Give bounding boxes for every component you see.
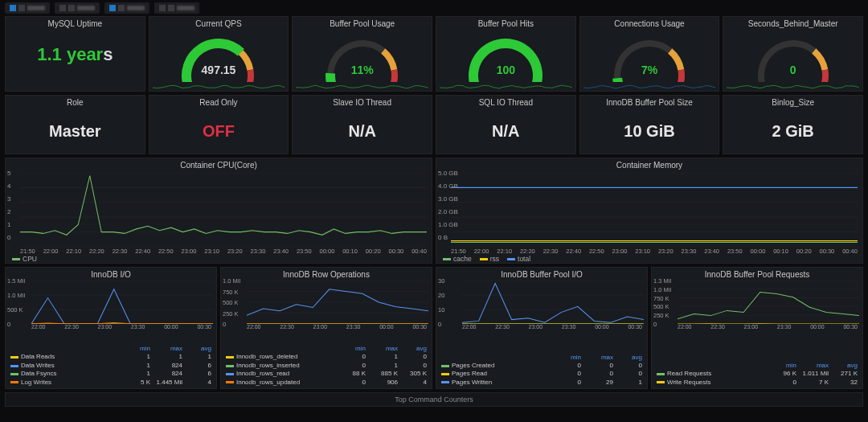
gauge-arc: 0 — [723, 30, 862, 81]
y-tick: 1.0 GB — [438, 221, 458, 228]
y-tick: 0 B — [438, 234, 448, 241]
legend-item[interactable]: Data Reads111 — [10, 353, 211, 361]
y-tick: 250 K — [223, 309, 239, 317]
legend-item[interactable]: Read Requests96 K1.011 Mil271 K — [657, 370, 858, 378]
panel-title: Role — [6, 96, 145, 109]
y-tick: 0 — [7, 234, 10, 241]
sparkline — [296, 81, 428, 89]
timeseries-panel[interactable]: Container Memory0 B1.0 GB2.0 GB3.0 GB4.0… — [436, 158, 863, 264]
panel-title: InnoDB Buffer Pool Size — [580, 96, 719, 109]
y-tick: 750 K — [223, 288, 239, 295]
legend-item[interactable]: cache — [443, 255, 472, 263]
legend-item[interactable]: Log Writes5 K1.445 Mil4 — [10, 379, 211, 387]
stat-value: N/A — [436, 109, 575, 154]
gauge-panel[interactable]: Buffer Pool Hits100 — [436, 16, 576, 92]
stat-panel[interactable]: Read OnlyOFF — [149, 95, 289, 154]
panel-title: Binlog_Size — [723, 96, 862, 109]
legend-item[interactable]: Innodb_rows_deleted010 — [226, 353, 427, 361]
panel-title: InnoDB Buffer Pool I/O — [436, 268, 647, 281]
legend-item[interactable]: rss — [480, 255, 499, 263]
stat-panel[interactable]: RoleMaster — [5, 95, 145, 154]
timeseries-panel[interactable]: Container CPU(Core)01234521:5022:0022:10… — [5, 158, 432, 264]
legend-table: minmaxavgPages Created000Pages Read000Pa… — [441, 354, 642, 387]
y-tick: 4.0 GB — [438, 182, 458, 190]
stat-value: N/A — [293, 109, 432, 154]
legend: cachersstotal — [443, 255, 530, 263]
y-tick: 1.5 Mil — [7, 277, 25, 285]
legend-item[interactable]: Pages Written0291 — [441, 379, 642, 387]
stat-value: OFF — [149, 109, 289, 154]
legend-item[interactable]: Write Requests07 K32 — [657, 379, 858, 387]
stat-panel[interactable]: SQL IO ThreadN/A — [436, 95, 576, 154]
chart-area — [20, 173, 427, 247]
topbar-tab[interactable] — [5, 2, 50, 14]
y-tick: 750 K — [653, 294, 669, 301]
panel-title: Seconds_Behind_Master — [723, 17, 862, 30]
gauge-panel[interactable]: Connections Usage7% — [579, 16, 720, 92]
y-tick: 1.3 Mil — [653, 277, 671, 285]
legend-item[interactable]: Pages Created000 — [441, 362, 642, 370]
y-tick: 0 — [438, 321, 441, 328]
topbar-tab[interactable] — [55, 2, 100, 14]
panel-title: Read Only — [149, 96, 289, 109]
y-tick: 500 K — [223, 299, 239, 306]
panel-title: Buffer Pool Usage — [293, 17, 432, 30]
legend-item[interactable]: Innodb_rows_updated09064 — [226, 379, 427, 387]
gauge-panel[interactable]: Current QPS497.15 — [149, 16, 289, 92]
panel-title: Buffer Pool Hits — [436, 17, 575, 30]
panel-title: InnoDB Row Operations — [221, 268, 432, 281]
gauge-value: 7% — [580, 64, 719, 76]
y-tick: 0 — [223, 321, 226, 328]
stat-value: 1.1 years — [6, 44, 145, 65]
panel-title: Container Memory — [436, 158, 862, 171]
legend-item[interactable]: Innodb_rows_inserted010 — [226, 362, 427, 370]
y-tick: 500 K — [7, 306, 23, 313]
x-ticks: 21:5022:0022:1022:2022:3022:4022:5023:00… — [451, 248, 858, 255]
legend-item[interactable]: Pages Read000 — [441, 370, 642, 378]
y-tick: 1 — [7, 221, 10, 228]
chart-area — [451, 173, 858, 247]
y-tick: 20 — [438, 292, 444, 299]
sparkline — [153, 81, 285, 89]
stat-row: RoleMasterRead OnlyOFFSlave IO ThreadN/A… — [0, 95, 868, 154]
top-tab-bar — [0, 0, 868, 16]
stat-panel[interactable]: Binlog_Size2 GiB — [723, 95, 863, 154]
gauge-arc: 100 — [436, 30, 575, 81]
y-tick: 30 — [438, 277, 444, 285]
gauge-panel[interactable]: Buffer Pool Usage11% — [292, 16, 432, 92]
legend-item[interactable]: Data Fsyncs18246 — [10, 370, 211, 378]
gauge-panel[interactable]: Seconds_Behind_Master0 — [723, 16, 863, 92]
topbar-tab[interactable] — [154, 2, 199, 14]
panel-title: Container CPU(Core) — [6, 158, 432, 171]
gauge-panel[interactable]: MySQL Uptime1.1 years — [5, 16, 145, 92]
legend-item[interactable]: Innodb_rows_read88 K885 K305 K — [226, 370, 427, 378]
timeseries-panel[interactable]: InnoDB Buffer Pool Requests0250 K500 K75… — [651, 267, 863, 389]
legend-item[interactable]: CPU — [12, 255, 37, 263]
legend-item[interactable]: Data Writes18246 — [10, 362, 211, 370]
chart-area — [462, 281, 644, 324]
y-tick: 0 — [7, 321, 10, 328]
timeseries-panel[interactable]: InnoDB Buffer Pool I/O010203022:0022:302… — [436, 267, 648, 389]
y-tick: 5 — [7, 170, 10, 177]
x-ticks: 22:0022:3023:0023:3000:0000:30 — [247, 324, 427, 330]
stat-value: 10 GiB — [580, 109, 719, 154]
legend-table: minmaxavgData Reads111Data Writes18246Da… — [10, 345, 211, 387]
y-tick: 5.0 GB — [438, 170, 458, 177]
footer-panel-title[interactable]: Top Command Counters — [5, 392, 863, 407]
y-tick: 2 — [7, 208, 10, 215]
timeseries-panel[interactable]: InnoDB I/O0500 K1.0 Mil1.5 Mil22:0022:30… — [5, 267, 217, 389]
y-tick: 3 — [7, 195, 10, 203]
gauge-arc: 11% — [293, 30, 432, 81]
y-tick: 10 — [438, 306, 444, 313]
gauge-value: 497.15 — [149, 64, 289, 76]
legend-item[interactable]: total — [507, 255, 530, 263]
x-ticks: 22:0022:3023:0023:3000:0000:30 — [462, 324, 642, 330]
topbar-tab[interactable] — [104, 2, 149, 14]
y-tick: 3.0 GB — [438, 195, 458, 203]
y-tick: 1.0 Mil — [653, 285, 671, 293]
gauge-arc: 497.15 — [149, 30, 289, 81]
stat-panel[interactable]: InnoDB Buffer Pool Size10 GiB — [579, 95, 720, 154]
stat-panel[interactable]: Slave IO ThreadN/A — [292, 95, 432, 154]
timeseries-panel[interactable]: InnoDB Row Operations0250 K500 K750 K1.0… — [220, 267, 432, 389]
sparkline — [583, 81, 716, 89]
